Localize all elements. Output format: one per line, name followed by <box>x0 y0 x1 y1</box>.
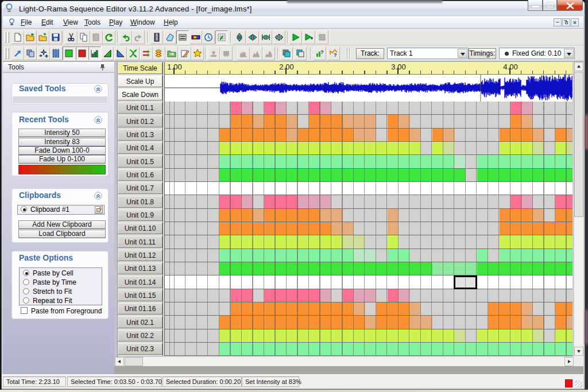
svg-text:?: ? <box>320 49 324 55</box>
svg-text:?: ? <box>334 52 337 58</box>
